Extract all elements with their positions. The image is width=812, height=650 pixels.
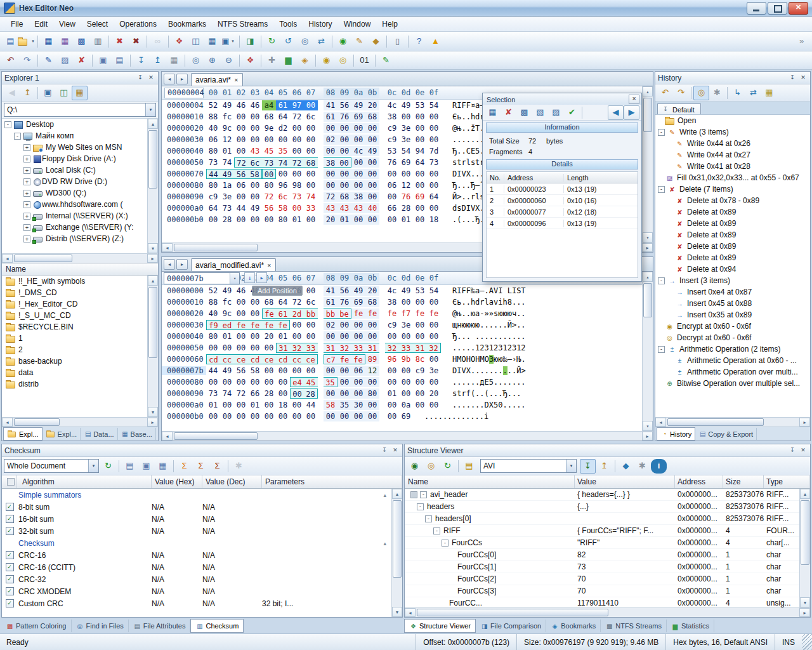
hex-byte[interactable]: 00 xyxy=(262,169,276,179)
hex-byte[interactable]: 00 xyxy=(262,411,276,421)
hex-byte[interactable]: 00 xyxy=(351,320,365,330)
menu-select[interactable]: Select xyxy=(81,18,114,30)
hex-byte[interactable]: 80 xyxy=(206,331,220,342)
hex-byte[interactable]: 18 xyxy=(427,215,441,225)
hex-byte[interactable]: 56 xyxy=(234,366,248,376)
hex-byte[interactable]: 00 xyxy=(262,400,276,410)
selection-dialog-titlebar[interactable]: Selection xyxy=(483,93,641,105)
hex-byte[interactable]: fe xyxy=(413,308,427,319)
doc-nav-forward-icon[interactable] xyxy=(176,74,188,84)
hex-byte[interactable]: 53 xyxy=(413,286,427,296)
explorer-tree-item[interactable]: +Floppy Disk Drive (A:) xyxy=(2,153,147,164)
hex-byte[interactable]: 44 xyxy=(206,169,220,179)
folder-list-item[interactable]: distrib xyxy=(2,378,147,390)
hex-byte[interactable]: 4c xyxy=(385,100,399,110)
close-all-documents-icon[interactable]: ✖ xyxy=(128,34,144,49)
hex-byte[interactable]: 30 xyxy=(351,400,365,410)
hex-byte[interactable]: fc xyxy=(220,297,234,307)
hex-byte[interactable]: 32 xyxy=(290,343,304,353)
hex-byte[interactable]: 6c xyxy=(304,112,318,122)
hex-byte[interactable]: 00 xyxy=(234,343,248,353)
ascii-text[interactable]: .....12312312312 xyxy=(452,343,526,352)
hex-byte[interactable]: 00 xyxy=(248,215,262,225)
hex-address[interactable]: 00000010 xyxy=(162,298,206,307)
doc-nav-back-icon[interactable] xyxy=(164,74,175,84)
scroll-up-icon[interactable] xyxy=(643,272,653,282)
scroll-thumb[interactable] xyxy=(14,418,60,426)
hex-byte[interactable]: 00 xyxy=(234,411,248,421)
checksum-row[interactable]: CRC-16 (CCITT)N/AN/A xyxy=(2,561,391,573)
scroll-down-icon[interactable] xyxy=(643,421,653,431)
explorer-tree-item[interactable]: +Local Disk (C:) xyxy=(2,164,147,176)
column-header[interactable]: Size xyxy=(723,475,764,488)
tree-expander-icon[interactable]: - xyxy=(658,346,665,353)
scroll-thumb[interactable] xyxy=(801,500,809,565)
hex-byte[interactable]: fe xyxy=(276,320,290,330)
history-item[interactable]: ✘Delete at 0x89 xyxy=(655,241,810,252)
scroll-left-icon[interactable] xyxy=(655,418,666,427)
pin-icon[interactable] xyxy=(380,446,389,454)
hex-address[interactable]: 00000030 xyxy=(162,321,206,329)
close-icon[interactable] xyxy=(799,74,808,82)
tab-pattern-coloring[interactable]: ▩Pattern Coloring xyxy=(1,620,72,632)
hex-byte[interactable]: 72 xyxy=(262,192,276,202)
hex-byte[interactable]: 01 xyxy=(220,331,234,342)
checkbox-checked[interactable] xyxy=(6,563,14,571)
hex-byte[interactable]: 00 xyxy=(248,411,262,421)
structure-row[interactable]: FourCCs[2]700x000000...1char xyxy=(405,573,799,585)
hex-byte[interactable]: 00 xyxy=(234,331,248,342)
header-checkbox[interactable] xyxy=(7,478,15,486)
hex-address[interactable]: 00000070 xyxy=(162,169,206,178)
hex-byte[interactable]: 00 xyxy=(399,388,413,399)
hex-byte[interactable]: 1a xyxy=(220,180,234,190)
revert-document-icon[interactable]: ↺ xyxy=(280,34,296,49)
hex-byte[interactable]: 00 xyxy=(413,203,427,213)
scroll-up-icon[interactable] xyxy=(148,275,158,286)
column-header[interactable]: Length xyxy=(564,174,638,182)
hex-byte[interactable]: 44 xyxy=(234,203,248,213)
hex-byte[interactable]: 00 xyxy=(276,377,290,387)
hex-byte[interactable]: fe xyxy=(262,308,276,319)
hex-byte[interactable]: 00 xyxy=(399,377,413,387)
hex-byte[interactable]: 53 xyxy=(385,146,399,156)
hex-byte[interactable]: bb xyxy=(324,308,337,319)
hex-byte[interactable]: 00 xyxy=(351,180,365,190)
checksum-scope-combobox[interactable]: Whole Document xyxy=(4,459,99,473)
hex-byte[interactable]: 00 xyxy=(413,123,427,133)
ascii-text[interactable]: RIFF‰a–.AVI LIST xyxy=(452,286,526,295)
hex-byte[interactable]: 00 xyxy=(304,123,318,133)
macros-icon[interactable]: ▦ xyxy=(166,53,182,68)
pin-icon[interactable] xyxy=(136,74,145,82)
edit-mode-icon[interactable]: ✎ xyxy=(378,53,394,68)
tab-ntfs-streams[interactable]: ▩NTFS Streams xyxy=(601,620,667,632)
hex-byte[interactable]: ce xyxy=(234,354,248,364)
replace-icon[interactable]: ❖ xyxy=(242,53,258,68)
hex-byte[interactable]: 00 xyxy=(206,377,220,387)
hex-byte[interactable]: 45 xyxy=(262,146,276,156)
hex-byte[interactable]: fe xyxy=(351,354,365,364)
column-header[interactable]: Value (Hex) xyxy=(152,475,202,488)
hex-byte[interactable]: 00 xyxy=(337,135,351,145)
hex-byte[interactable]: 28 xyxy=(304,388,318,399)
hex-byte[interactable]: 00 xyxy=(427,400,441,410)
customize-toolbar-icon[interactable]: » xyxy=(794,34,809,49)
hex-byte[interactable]: 00 xyxy=(324,411,337,421)
hex-byte[interactable]: 00 xyxy=(427,112,441,122)
history-hscrollbar[interactable] xyxy=(655,417,810,427)
hex-byte[interactable]: 00 xyxy=(324,366,337,376)
hex-byte[interactable]: 00 xyxy=(290,123,304,133)
doc2-vscrollbar[interactable] xyxy=(642,272,653,431)
hex-address[interactable]: 00000050 xyxy=(162,343,206,352)
tree-expander-icon[interactable]: + xyxy=(23,167,30,174)
hex-byte[interactable]: 72 xyxy=(290,297,304,307)
history-item[interactable]: ±Arithmetic Operation at 0x60 - ... xyxy=(655,355,810,366)
hex-byte[interactable]: 41 xyxy=(324,286,337,296)
file-comparison-icon[interactable]: ◨ xyxy=(242,34,258,49)
delete-data-icon[interactable]: ✘ xyxy=(74,53,89,68)
column-header[interactable]: Value xyxy=(575,475,675,488)
history-item[interactable]: ✎Write 0x44 at 0x26 xyxy=(655,138,810,149)
explorer-tree-item[interactable]: +www.hhdsoftware.com ( xyxy=(2,199,147,210)
scroll-thumb[interactable] xyxy=(174,432,258,440)
checksum-group-row[interactable]: Checksum xyxy=(2,537,391,549)
tab-checksum[interactable]: ▥Checksum xyxy=(190,619,244,633)
